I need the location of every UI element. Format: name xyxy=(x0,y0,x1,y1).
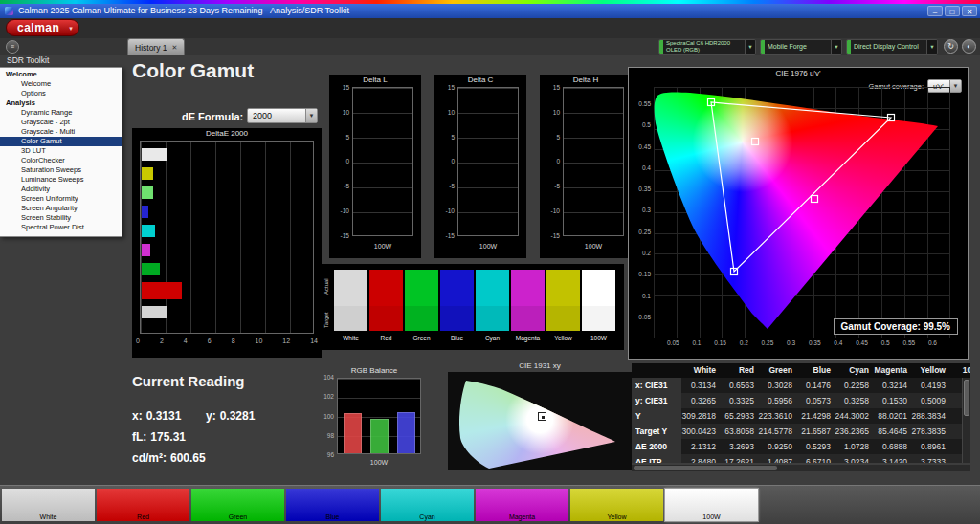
close-button[interactable]: ✕ xyxy=(962,6,977,16)
theme-toggle-icon[interactable]: ◐ xyxy=(962,39,976,54)
color-patch-label: Green xyxy=(405,331,438,346)
workflow-nav-item[interactable]: 3D LUT xyxy=(0,146,122,156)
rgb-balance-bar xyxy=(344,413,362,453)
refresh-icon[interactable]: ↻ xyxy=(944,39,958,54)
fl-label: fL: xyxy=(132,430,146,444)
workflow-nav-item[interactable]: Options xyxy=(0,89,122,98)
table-cell: 0.1476 xyxy=(796,378,835,393)
calman-menu-button[interactable]: calman ▾ xyxy=(6,19,79,36)
pattern-swatch[interactable]: Cyan xyxy=(381,489,474,521)
pattern-swatch[interactable]: Red xyxy=(97,489,189,521)
workflow-nav-item[interactable]: Grayscale - 2pt xyxy=(0,118,122,127)
cie-y-axis: 0.550.50.450.40.350.30.250.20.150.10.05 xyxy=(631,100,651,320)
axis-tick-label: 96 xyxy=(327,451,334,458)
workflow-nav-item[interactable]: Saturation Sweeps xyxy=(0,165,122,175)
x-label: x: xyxy=(132,409,143,423)
table-row[interactable]: Y 309.281865.2933223.361021.4298244.3002… xyxy=(632,408,970,424)
table-row-label: ΔE ITP xyxy=(632,454,681,463)
workflow-nav-item[interactable]: Screen Angularity xyxy=(0,204,122,213)
deltae-2000-chart: DeltaE 2000 02468101214 xyxy=(132,128,322,358)
axis-tick-label: 0.35 xyxy=(809,339,821,346)
actual-color-patch xyxy=(369,270,403,306)
axis-tick-label: 0.45 xyxy=(638,143,651,150)
source-select-button[interactable]: Mobile Forge ▼ xyxy=(760,39,842,55)
axis-tick-label: 5 xyxy=(451,134,455,141)
color-patch-column: Blue xyxy=(440,270,474,346)
workflow-nav-item[interactable]: Analysis xyxy=(0,98,122,108)
table-vertical-scrollbar[interactable] xyxy=(962,378,970,463)
minimize-button[interactable]: – xyxy=(927,6,943,16)
axis-tick-label: 0.5 xyxy=(642,121,651,128)
table-cell: 63.8058 xyxy=(720,424,758,439)
display-control-select-button[interactable]: Direct Display Control ▼ xyxy=(846,39,938,55)
maximize-button[interactable]: □ xyxy=(945,6,960,16)
axis-label: 100W xyxy=(563,243,624,250)
pattern-swatch[interactable]: 100W xyxy=(665,489,758,521)
pattern-swatch[interactable]: White xyxy=(2,489,95,521)
table-row[interactable]: y: CIE31 0.32650.33250.59560.05730.32580… xyxy=(632,393,970,408)
table-horizontal-scrollbar[interactable] xyxy=(632,465,970,471)
pattern-swatch[interactable]: Blue xyxy=(286,489,379,521)
meter-select-button[interactable]: SpectraCal C6 HDR2000 OLED (RGB) ▼ xyxy=(658,39,756,55)
workflow-nav-item[interactable]: Dynamic Range xyxy=(0,108,122,118)
table-column-header: Magenta xyxy=(873,363,911,378)
workflow-nav-item[interactable]: Luminance Sweeps xyxy=(0,175,122,185)
workflow-nav-item[interactable]: Screen Uniformity xyxy=(0,194,122,204)
title-bar: Calman 2025 Calman Ultimate for Business… xyxy=(0,4,980,18)
workflow-menu-button[interactable]: ≡ xyxy=(6,40,19,54)
table-cell: 21.4298 xyxy=(796,408,835,424)
workflow-nav-item[interactable]: Welcome xyxy=(0,79,122,89)
table-cell: 1.4087 xyxy=(758,454,796,463)
axis-tick-label: 0 xyxy=(345,158,349,164)
axis-tick-label: 0.1 xyxy=(692,339,701,346)
table-row[interactable]: Target Y 300.042363.8058214.577821.65872… xyxy=(632,424,970,439)
calman-logo: calman xyxy=(17,21,59,34)
axis-tick-label: 15 xyxy=(343,84,349,91)
de-formula-select[interactable]: 2000 ▼ xyxy=(247,108,318,123)
table-column-header: Yellow xyxy=(911,363,949,378)
pattern-swatch[interactable]: Yellow xyxy=(570,489,663,521)
table-row[interactable]: x: CIE31 0.31340.65630.30280.14760.22580… xyxy=(632,378,970,393)
axis-tick-label: 0.4 xyxy=(834,339,842,346)
workflow-nav-item[interactable]: Screen Stability xyxy=(0,213,122,223)
pattern-swatch[interactable]: Magenta xyxy=(476,489,568,521)
deltae-bar xyxy=(142,225,155,237)
delta-l-chart: Delta L 151050-5-10-15 100W xyxy=(329,75,421,258)
table-cell: 223.3610 xyxy=(758,408,796,424)
chart-title: Delta H xyxy=(540,76,632,84)
pattern-swatch[interactable]: Green xyxy=(191,489,284,521)
workflow-nav-item[interactable]: Welcome xyxy=(0,70,122,79)
workflow-nav: Welcome Welcome Options Analysis Dynamic… xyxy=(0,67,122,237)
axis-tick-label: 102 xyxy=(323,393,334,400)
workflow-nav-item[interactable]: Spectral Power Dist. xyxy=(0,223,122,232)
table-row-cells: 2.13123.26930.92500.52931.07280.68880.89… xyxy=(681,439,970,454)
chromaticity-cursor[interactable] xyxy=(538,412,546,421)
tab-close-icon[interactable]: ✕ xyxy=(172,44,178,52)
tab-history-1[interactable]: History 1 ✕ xyxy=(127,38,185,55)
table-cell: 0.3028 xyxy=(758,378,796,393)
workflow-nav-item[interactable]: Grayscale - Multi xyxy=(0,127,122,137)
gamut-coverage-text: Gamut Coverage: xyxy=(841,321,921,332)
workflow-nav-item[interactable]: Additivity xyxy=(0,185,122,194)
axis-tick-label: 0 xyxy=(556,158,560,164)
axis-tick-label: 4 xyxy=(184,338,188,344)
color-patch-label: Red xyxy=(369,331,403,346)
axis-tick-label: 0.25 xyxy=(762,339,774,346)
axis-tick-label: 14 xyxy=(310,338,318,344)
scrollbar-thumb[interactable] xyxy=(634,466,777,470)
workflow-nav-item[interactable]: ColorChecker xyxy=(0,156,122,165)
table-row-cells: 309.281865.2933223.361021.4298244.300288… xyxy=(681,408,970,424)
table-row[interactable]: ΔE 2000 2.13123.26930.92500.52931.07280.… xyxy=(632,439,970,454)
table-cell: 0.6888 xyxy=(873,439,911,454)
rgb-y-axis: 1041021009896 xyxy=(312,374,334,458)
axis-tick-label: 12 xyxy=(282,338,290,344)
table-row-cells: 0.31340.65630.30280.14760.22580.32140.41… xyxy=(681,378,970,393)
color-patch-column: Cyan xyxy=(476,270,509,346)
table-row[interactable]: ΔE ITP 2.848017.26211.40876.67103.02343.… xyxy=(632,454,970,463)
color-patch-column: 100W xyxy=(582,270,615,346)
workflow-nav-item[interactable]: Color Gamut xyxy=(0,137,122,146)
gamut-coverage-readout: Gamut Coverage: 99.5% xyxy=(834,318,959,335)
scrollbar-thumb[interactable] xyxy=(964,380,969,416)
target-color-patch xyxy=(476,306,509,331)
color-patch-column: Yellow xyxy=(546,270,580,346)
